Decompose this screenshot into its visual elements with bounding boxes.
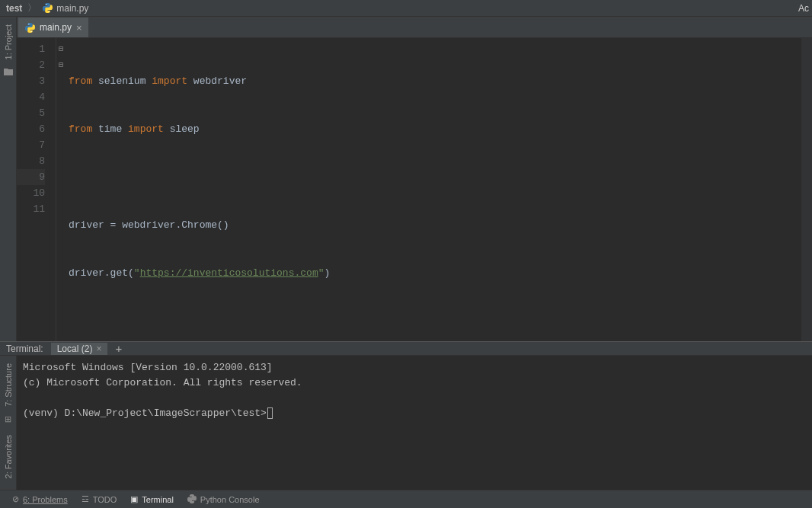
cursor-icon <box>267 407 273 419</box>
terminal-panel: Terminal: Local (2) × + 7: Structure ⊞ 2… <box>0 341 812 490</box>
python-icon <box>187 494 197 505</box>
chevron-right-icon: 〉 <box>27 2 37 14</box>
add-terminal-button[interactable]: + <box>115 342 122 355</box>
terminal-left-tool-strip: 7: Structure ⊞ 2: Favorites ★ <box>0 356 17 500</box>
breadcrumb-project[interactable]: test <box>6 3 22 14</box>
terminal-tool-button[interactable]: ▣ Terminal <box>130 494 174 504</box>
svg-point-3 <box>30 30 31 31</box>
close-icon[interactable]: × <box>76 22 82 34</box>
favorites-tool-button[interactable]: 2: Favorites <box>4 435 13 478</box>
fold-marker-icon[interactable]: ⊟ <box>56 41 66 57</box>
python-file-icon <box>42 3 53 14</box>
terminal-line: Microsoft Windows [Version 10.0.22000.61… <box>23 360 806 375</box>
python-file-icon <box>24 22 35 33</box>
editor-right-marker-strip <box>801 38 812 341</box>
folder-icon <box>3 67 14 78</box>
bottom-tool-bar: ⊘ 6: Problems ☲ TODO ▣ Terminal Python C… <box>0 490 812 508</box>
python-console-tool-button[interactable]: Python Console <box>187 494 260 505</box>
terminal-content[interactable]: Microsoft Windows [Version 10.0.22000.61… <box>17 356 812 500</box>
terminal-line: (c) Microsoft Corporation. All rights re… <box>23 375 806 391</box>
terminal-label: Terminal: <box>6 343 43 354</box>
terminal-tab[interactable]: Local (2) × <box>51 343 108 355</box>
toolbar-right-action[interactable]: Ac <box>798 3 812 14</box>
fold-gutter: ⊟ ⊟ <box>56 38 66 341</box>
svg-point-1 <box>48 11 49 12</box>
terminal-prompt-line: (venv) D:\New_Project\ImageScrapper\test… <box>23 406 806 421</box>
list-icon: ☲ <box>82 494 89 504</box>
tab-filename: main.py <box>40 22 72 33</box>
problems-tool-button[interactable]: ⊘ 6: Problems <box>12 494 68 504</box>
code-content[interactable]: from selenium import webdriver from time… <box>66 38 801 341</box>
terminal-icon: ▣ <box>130 494 138 504</box>
svg-point-0 <box>46 4 46 5</box>
breadcrumb-bar: test 〉 main.py Ac <box>0 0 812 17</box>
close-icon[interactable]: × <box>96 343 101 354</box>
code-editor[interactable]: 1 2 3 4 5 6 7 8 9 10 11 ⊟ ⊟ from seleniu… <box>17 38 812 341</box>
editor-tab-main-py[interactable]: main.py × <box>18 18 88 37</box>
editor-tab-bar: main.py × <box>17 17 812 38</box>
warning-icon: ⊘ <box>12 494 19 504</box>
breadcrumb-file[interactable]: main.py <box>56 3 88 14</box>
project-tool-button[interactable]: 1: Project <box>4 24 13 59</box>
line-number-gutter: 1 2 3 4 5 6 7 8 9 10 11 <box>17 38 56 341</box>
terminal-header: Terminal: Local (2) × + <box>0 342 812 356</box>
structure-icon: ⊞ <box>5 414 11 424</box>
left-tool-strip: 1: Project <box>0 17 17 341</box>
todo-tool-button[interactable]: ☲ TODO <box>82 494 117 504</box>
structure-tool-button[interactable]: 7: Structure <box>4 363 13 407</box>
svg-point-2 <box>28 23 29 24</box>
fold-marker-icon[interactable]: ⊟ <box>56 57 66 73</box>
